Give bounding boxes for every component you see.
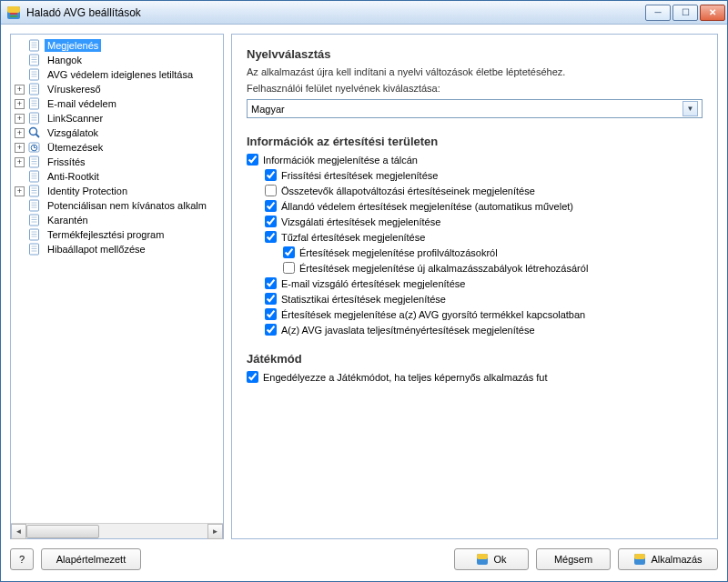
expand-icon[interactable]: + [15, 157, 25, 167]
tree-item-label: Identity Protection [45, 185, 130, 197]
expand-icon[interactable]: + [15, 85, 25, 95]
tree-item[interactable]: +Frissítés [11, 155, 223, 169]
checkbox[interactable] [265, 293, 277, 305]
tree-item[interactable]: +LinkScanner [11, 111, 223, 125]
titlebar: Haladó AVG beállítások ─ ☐ ✕ [1, 1, 727, 25]
close-button[interactable]: ✕ [700, 5, 725, 21]
default-button[interactable]: Alapértelmezett [41, 548, 141, 570]
page-icon [27, 242, 42, 256]
expand-spacer [15, 216, 25, 226]
tree-item[interactable]: +Víruskereső [11, 82, 223, 96]
checkbox-label: Értesítések megjelenítése profilváltozás… [299, 247, 498, 258]
checkbox-row[interactable]: Vizsgálati értesítések megjelenítése [265, 216, 703, 227]
tree-item-label: Termékfejlesztési program [45, 228, 167, 241]
checkbox-row[interactable]: A(z) AVG javaslata teljesítményértesítés… [265, 324, 703, 336]
tree-item-label: LinkScanner [45, 112, 106, 125]
checkbox-label: Vizsgálati értesítések megjelenítése [281, 216, 440, 227]
checkbox-label: Értesítések megjelenítése a(z) AVG gyors… [281, 309, 585, 320]
checkbox-row[interactable]: Összetevők állapotváltozási értesítésein… [265, 185, 703, 196]
svg-rect-63 [477, 554, 488, 559]
shield-icon [633, 553, 646, 566]
shield-icon [476, 553, 489, 566]
window-buttons: ─ ☐ ✕ [645, 5, 725, 21]
tree-item[interactable]: +Vizsgálatok [11, 125, 223, 140]
checkbox-row[interactable]: Állandó védelem értesítések megjelenítés… [265, 200, 703, 212]
checkbox[interactable] [265, 185, 277, 196]
cancel-button[interactable]: Mégsem [536, 548, 611, 570]
checkbox-row[interactable]: Értesítések megjelenítése új alkalmazáss… [283, 262, 703, 274]
page-icon [27, 82, 42, 96]
scroll-left-button[interactable]: ◄ [11, 524, 26, 539]
tree-item-label: AVG védelem ideiglenes letiltása [45, 68, 196, 81]
checkbox-row[interactable]: E-mail vizsgáló értesítések megjelenítés… [265, 277, 703, 289]
expand-icon[interactable]: + [15, 128, 25, 138]
checkbox-row[interactable]: Tűzfal értesítések megjelenítése [265, 231, 703, 243]
page-icon [27, 198, 42, 213]
page-icon [27, 96, 42, 111]
checkbox-row[interactable]: Statisztikai értesítések megjelenítése [265, 293, 703, 305]
tree-item[interactable]: Megjelenés [11, 38, 223, 53]
gamemode-checkbox[interactable] [247, 371, 258, 383]
tree-item[interactable]: +Identity Protection [11, 184, 223, 198]
tree-item[interactable]: Karantén [11, 213, 223, 227]
lang-dropdown-value: Magyar [251, 104, 682, 115]
page-icon [27, 38, 42, 53]
main-pane: Nyelvválasztás Az alkalmazást újra kell … [231, 34, 718, 539]
checkbox[interactable] [283, 262, 295, 274]
settings-tree[interactable]: MegjelenésHangokAVG védelem ideiglenes l… [11, 35, 223, 523]
checkbox[interactable] [265, 308, 277, 320]
checkbox[interactable] [283, 246, 295, 258]
ok-button[interactable]: Ok [454, 548, 529, 570]
tree-item[interactable]: Hibaállapot mellőzése [11, 242, 223, 256]
help-button[interactable]: ? [10, 548, 34, 570]
gamemode-checkbox-row[interactable]: Engedélyezze a Játékmódot, ha teljes kép… [247, 371, 703, 383]
tree-item[interactable]: AVG védelem ideiglenes letiltása [11, 67, 223, 82]
tree-item-label: Frissítés [45, 156, 88, 168]
svg-line-29 [36, 135, 40, 138]
expand-icon[interactable]: + [15, 143, 25, 153]
tree-item[interactable]: Termékfejlesztési program [11, 227, 223, 242]
minimize-button[interactable]: ─ [645, 5, 671, 21]
game-heading: Játékmód [247, 352, 703, 366]
lang-heading: Nyelvválasztás [247, 47, 703, 61]
checkbox[interactable] [265, 216, 277, 227]
checkbox-label: Frissítési értesítések megjelenítése [281, 170, 438, 181]
tree-item-label: Karantén [45, 214, 91, 226]
maximize-button[interactable]: ☐ [672, 5, 698, 21]
page-icon [27, 184, 42, 198]
checkbox[interactable] [247, 154, 258, 166]
page-icon [27, 125, 42, 140]
checkbox[interactable] [265, 169, 277, 181]
svg-point-28 [30, 128, 37, 135]
tree-item[interactable]: Hangok [11, 53, 223, 67]
checkbox-row[interactable]: Információk megjelenítése a tálcán [247, 154, 703, 166]
lang-dropdown[interactable]: Magyar ▼ [247, 99, 703, 118]
gamemode-label: Engedélyezze a Játékmódot, ha teljes kép… [263, 372, 547, 383]
tree-item[interactable]: Anti-Rootkit [11, 169, 223, 184]
checkbox-row[interactable]: Értesítések megjelenítése profilváltozás… [283, 246, 703, 258]
tree-item[interactable]: +Ütemezések [11, 140, 223, 155]
scroll-track[interactable] [26, 524, 207, 539]
tree-item[interactable]: +E-mail védelem [11, 96, 223, 111]
tree-item[interactable]: Potenciálisan nem kívánatos alkalm [11, 198, 223, 213]
checkbox-label: Állandó védelem értesítések megjelenítés… [281, 201, 573, 212]
checkbox[interactable] [265, 277, 277, 289]
expand-spacer [15, 41, 25, 51]
expand-icon[interactable]: + [15, 114, 25, 124]
window-title: Haladó AVG beállítások [26, 6, 645, 19]
tree-item-label: Ütemezések [45, 141, 106, 154]
tree-item-label: Vizsgálatok [45, 126, 101, 139]
checkbox[interactable] [265, 324, 277, 336]
apply-button[interactable]: Alkalmazás [618, 548, 718, 570]
svg-rect-2 [10, 13, 17, 15]
scroll-thumb[interactable] [26, 525, 99, 538]
expand-icon[interactable]: + [15, 186, 25, 196]
page-icon [27, 67, 42, 82]
checkbox-row[interactable]: Frissítési értesítések megjelenítése [265, 169, 703, 181]
checkbox[interactable] [265, 200, 277, 212]
checkbox[interactable] [265, 231, 277, 243]
checkbox-row[interactable]: Értesítések megjelenítése a(z) AVG gyors… [265, 308, 703, 320]
checkbox-label: Tűzfal értesítések megjelenítése [281, 232, 425, 243]
scroll-right-button[interactable]: ► [207, 524, 223, 539]
expand-icon[interactable]: + [15, 99, 25, 109]
